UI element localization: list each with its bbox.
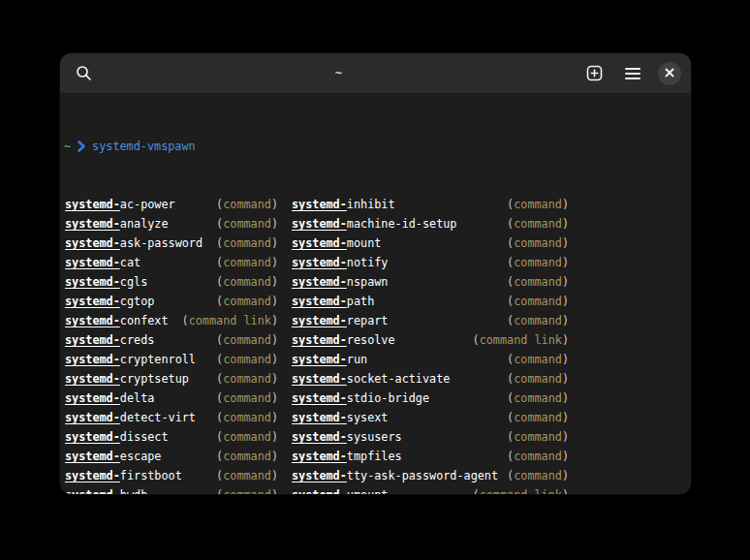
completion-name: systemd-cgls (65, 272, 147, 292)
hamburger-menu-icon (625, 67, 641, 80)
completion-name: systemd-resolve (292, 330, 395, 350)
completion-description: (command) (216, 466, 278, 485)
menu-button[interactable] (619, 60, 646, 87)
completion-description: (command) (216, 350, 278, 369)
completion-item: systemd-cat(command) (64, 253, 279, 272)
completion-item: systemd-path(command) (291, 292, 570, 311)
completion-description: (command) (216, 292, 278, 311)
prompt-line: ~ systemd-vmspawn (64, 137, 687, 156)
headerbar: ~ (60, 53, 691, 94)
completion-description: (command) (216, 389, 278, 408)
completion-name: systemd-hwdb (65, 485, 147, 494)
completion-name: systemd-cryptenroll (65, 350, 196, 369)
completion-item: systemd-machine-id-setup(command) (291, 214, 570, 233)
completion-description: (command) (216, 253, 278, 272)
new-tab-icon (586, 65, 603, 81)
completion-item: systemd-cryptsetup(command) (64, 369, 279, 389)
terminal-window: ~ (60, 53, 691, 494)
completion-description: (command) (507, 447, 569, 466)
completion-name: systemd-cgtop (65, 292, 154, 311)
completion-item: systemd-notify(command) (291, 253, 570, 272)
headerbar-left (70, 60, 97, 87)
completion-name: systemd-cat (65, 253, 141, 272)
completion-item: systemd-socket-activate(command) (291, 369, 570, 389)
completion-name: systemd-run (292, 350, 367, 369)
completion-name: systemd-analyze (65, 214, 169, 233)
completion-name: systemd-sysusers (292, 427, 402, 447)
close-button[interactable] (658, 62, 681, 85)
completion-name: systemd-dissect (65, 427, 169, 447)
completion-name: systemd-sysext (292, 408, 388, 427)
headerbar-right (580, 60, 681, 87)
new-tab-button[interactable] (580, 60, 608, 87)
completion-item: systemd-firstboot(command) (64, 466, 279, 485)
completion-item: systemd-sysusers(command) (291, 427, 570, 447)
completion-item: systemd-resolve(command link) (291, 330, 570, 350)
completion-description: (command) (507, 466, 569, 485)
completion-item: systemd-stdio-bridge(command) (291, 389, 570, 408)
completion-name: systemd-escape (65, 447, 161, 466)
completion-description: (command) (216, 427, 278, 447)
search-button[interactable] (70, 60, 97, 87)
completion-item: systemd-ac-power(command) (64, 195, 279, 214)
completion-description: (command) (507, 195, 569, 214)
completion-description: (command) (216, 272, 278, 292)
completion-item: systemd-inhibit(command) (291, 195, 570, 214)
completion-item: systemd-cgls(command) (64, 272, 279, 292)
completion-name: systemd-umount (292, 485, 388, 494)
completion-name: systemd-delta (65, 389, 154, 408)
completion-column-left: systemd-ac-power(command)systemd-analyze… (64, 195, 279, 494)
completion-description: (command) (507, 369, 569, 389)
completion-item: systemd-run(command) (291, 350, 570, 369)
completion-description: (command link) (182, 311, 278, 330)
close-icon (665, 66, 674, 80)
completion-item: systemd-tty-ask-password-agent(command) (291, 466, 570, 485)
completion-item: systemd-ask-password(command) (64, 233, 279, 253)
completion-name: systemd-stdio-bridge (292, 389, 429, 408)
completion-description: (command) (507, 214, 569, 233)
prompt-command: systemd-vmspawn (92, 137, 196, 156)
completion-item: systemd-creds(command) (64, 330, 279, 350)
completion-column-right: systemd-inhibit(command)systemd-machine-… (291, 195, 570, 494)
completion-name: systemd-mount (292, 233, 381, 253)
completion-description: (command) (216, 214, 278, 233)
completion-description: (command link) (473, 485, 569, 494)
completion-item: systemd-nspawn(command) (291, 272, 570, 292)
completion-name: systemd-detect-virt (65, 408, 196, 427)
completion-description: (command) (216, 330, 278, 350)
completion-description: (command) (507, 292, 569, 311)
completion-name: systemd-repart (292, 311, 388, 330)
completion-item: systemd-umount(command link) (291, 485, 570, 494)
completion-description: (command) (507, 272, 569, 292)
completion-name: systemd-socket-activate (292, 369, 450, 389)
completion-item: systemd-sysext(command) (291, 408, 570, 427)
completion-name: systemd-cryptsetup (65, 369, 189, 389)
completion-item: systemd-confext(command link) (64, 311, 279, 330)
prompt-chevron-icon (78, 140, 85, 152)
completion-description: (command) (507, 389, 569, 408)
completion-name: systemd-firstboot (65, 466, 182, 485)
completion-description: (command) (507, 233, 569, 253)
completion-name: systemd-confext (65, 311, 169, 330)
completion-description: (command) (216, 369, 278, 389)
completion-item: systemd-delta(command) (64, 389, 279, 408)
search-icon (76, 65, 92, 81)
completion-name: systemd-inhibit (292, 195, 395, 214)
completion-item: systemd-cryptenroll(command) (64, 350, 279, 369)
completion-name: systemd-path (292, 292, 374, 311)
completion-pager: systemd-ac-power(command)systemd-analyze… (64, 195, 687, 494)
completion-description: (command) (216, 485, 278, 494)
completion-description: (command) (507, 253, 569, 272)
completion-item: systemd-repart(command) (291, 311, 570, 330)
completion-name: systemd-nspawn (292, 272, 388, 292)
completion-item: systemd-escape(command) (64, 447, 279, 466)
completion-item: systemd-dissect(command) (64, 427, 279, 447)
completion-item: systemd-hwdb(command) (64, 485, 279, 494)
completion-description: (command) (507, 427, 569, 447)
terminal-content[interactable]: ~ systemd-vmspawn systemd-ac-power(comma… (60, 94, 691, 494)
completion-item: systemd-mount(command) (291, 233, 570, 253)
completion-item: systemd-tmpfiles(command) (291, 447, 570, 466)
completion-name: systemd-creds (65, 330, 154, 350)
completion-description: (command) (216, 408, 278, 427)
completion-name: systemd-ask-password (65, 233, 203, 253)
